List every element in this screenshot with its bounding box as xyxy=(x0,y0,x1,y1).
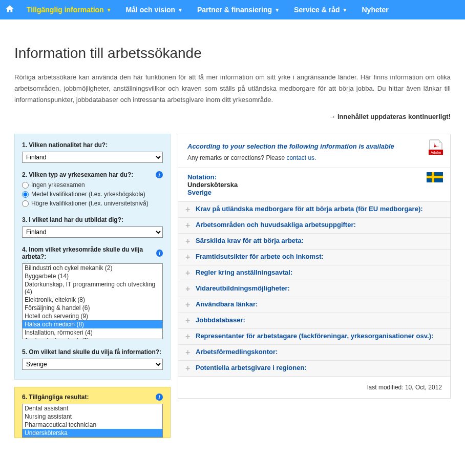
accordion-item[interactable]: +Vidareutbildningsmöjligheter: xyxy=(178,281,450,297)
expand-icon: + xyxy=(185,205,196,214)
accordion-item[interactable]: +Potentiella arbetsgivare i regionen: xyxy=(178,360,450,376)
filter-column: 1. Vilken nationalitet har du?: Finland … xyxy=(14,134,171,438)
accordion-title: Regler kring anställningsavtal: xyxy=(196,268,292,276)
top-nav: Tillgänglig information▼Mål och vision▼P… xyxy=(0,0,465,19)
expand-icon: + xyxy=(185,316,196,325)
radio-input[interactable] xyxy=(22,191,29,198)
qualification-radio[interactable]: Högre kvalifikationer (t.ex. universitet… xyxy=(22,200,163,207)
notation-block: Notation: Undersköterska Sverige xyxy=(178,168,450,201)
qualification-radio[interactable]: Ingen yrkesexamen xyxy=(22,181,163,189)
q1-label: 1. Vilken nationalitet har du?: xyxy=(22,141,163,149)
occupation-listbox[interactable]: Bilindustri och cykel mekanik (2)Byggarb… xyxy=(22,263,163,339)
list-item[interactable]: Byggarbete (14) xyxy=(23,272,162,280)
pdf-icon[interactable]: Adobe xyxy=(429,139,443,155)
accordion-title: Användbara länkar: xyxy=(196,300,258,308)
contact-link[interactable]: contact us xyxy=(286,154,314,161)
accordion-item[interactable]: +Särskilda krav för att börja arbeta: xyxy=(178,233,450,249)
detail-panel: According to your selection the followin… xyxy=(178,134,451,399)
result-item[interactable]: Pharmaceutical technician xyxy=(23,421,162,429)
remarks-text: Any remarks or corrections? Please conta… xyxy=(187,154,441,161)
info-icon[interactable]: i xyxy=(156,250,163,257)
expand-icon: + xyxy=(185,284,196,294)
nav-item[interactable]: Mål och vision▼ xyxy=(119,0,190,19)
accordion-item[interactable]: +Användbara länkar: xyxy=(178,297,450,313)
q5-label: 5. Om vilket land skulle du vilja få inf… xyxy=(22,348,163,356)
results-listbox[interactable]: Dental assistantNursing assistantPharmac… xyxy=(22,404,163,438)
accordion-title: Krav på utländska medborgare för att bör… xyxy=(196,205,423,213)
list-item[interactable]: Försäljning & handel (6) xyxy=(23,304,162,312)
accordion-title: Jobbdatabaser: xyxy=(196,316,245,324)
expand-icon: + xyxy=(185,237,196,246)
expand-icon: + xyxy=(185,253,196,262)
accordion-item[interactable]: +Framtidsutsikter för arbete och inkomst… xyxy=(178,249,450,265)
available-heading: According to your selection the followin… xyxy=(187,142,441,150)
qualification-radio[interactable]: Medel kvalifikationer (t.ex. yrkeshögsko… xyxy=(22,191,163,198)
chevron-down-icon: ▼ xyxy=(274,7,280,13)
page-content: Information till arbetssökande Rörliga a… xyxy=(0,19,465,448)
expand-icon: + xyxy=(185,332,196,341)
accordion-title: Representanter för arbetstagare (fackför… xyxy=(196,332,433,340)
info-icon[interactable]: i xyxy=(156,394,163,401)
notation-country: Sverige xyxy=(187,189,441,196)
q6-label: 6. Tillgängliga resultat: i xyxy=(22,394,163,401)
nav-item[interactable]: Partner & finansiering▼ xyxy=(190,0,287,19)
list-item[interactable]: Bilindustri och cykel mekanik (2) xyxy=(23,264,162,272)
result-item[interactable]: Dental assistant xyxy=(23,404,162,412)
nav-item[interactable]: Service & råd▼ xyxy=(287,0,354,19)
sweden-flag-icon xyxy=(427,172,443,182)
info-icon[interactable]: i xyxy=(156,171,163,178)
expand-icon: + xyxy=(185,300,196,309)
q4-label: 4. Inom vilket yrkesområde skulle du vil… xyxy=(22,246,163,260)
intro-text: Rörliga arbetssökare kan använda den här… xyxy=(14,72,451,106)
expand-icon: + xyxy=(185,268,196,278)
education-country-select[interactable]: Finland xyxy=(22,226,163,238)
chevron-down-icon: ▼ xyxy=(343,7,348,13)
accordion-item[interactable]: +Jobbdatabaser: xyxy=(178,313,450,328)
expand-icon: + xyxy=(185,364,196,373)
nav-item[interactable]: Tillgänglig information▼ xyxy=(19,0,119,19)
info-country-select[interactable]: Sverige xyxy=(22,359,163,370)
page-title: Information till arbetssökande xyxy=(14,45,451,61)
result-item[interactable]: Nursing assistant xyxy=(23,412,162,421)
accordion-item[interactable]: +Regler kring anställningsavtal: xyxy=(178,265,450,281)
accordion-title: Arbetsförmedlingskontor: xyxy=(196,348,278,356)
accordion-item[interactable]: +Arbetsförmedlingskontor: xyxy=(178,344,450,360)
results-box: 6. Tillgängliga resultat: i Dental assis… xyxy=(14,387,171,438)
accordion-title: Vidareutbildningsmöjligheter: xyxy=(196,284,290,292)
accordion-item[interactable]: +Representanter för arbetstagare (fackfö… xyxy=(178,328,450,344)
accordion-title: Arbetsområden och huvudsakliga arbetsupp… xyxy=(196,221,356,229)
accordion-title: Potentiella arbetsgivare i regionen: xyxy=(196,364,307,371)
notation-label: Notation: xyxy=(187,173,441,181)
accordion-title: Framtidsutsikter för arbete och inkomst: xyxy=(196,253,324,260)
list-item[interactable]: Elektronik, elteknik (8) xyxy=(23,296,162,304)
accordion-item[interactable]: +Krav på utländska medborgare för att bö… xyxy=(178,201,450,217)
home-icon[interactable] xyxy=(5,4,14,16)
q3-label: 3. I vilket land har du utbildat dig?: xyxy=(22,216,163,223)
notation-value: Undersköterska xyxy=(187,181,441,189)
last-modified: last modified: 10, Oct, 2012 xyxy=(178,376,450,398)
expand-icon: + xyxy=(185,221,196,230)
list-item[interactable]: Installation, rörmokeri (4) xyxy=(23,328,162,337)
expand-icon: + xyxy=(185,348,196,357)
radio-input[interactable] xyxy=(22,182,29,189)
list-item[interactable]: Hotell och servering (9) xyxy=(23,312,162,320)
update-note: → Innehållet uppdateras kontinuerligt! xyxy=(14,113,451,120)
nav-item[interactable]: Nyheter xyxy=(354,0,395,19)
radio-input[interactable] xyxy=(22,200,29,207)
nationality-select[interactable]: Finland xyxy=(22,152,163,163)
chevron-down-icon: ▼ xyxy=(107,7,112,13)
list-item[interactable]: Hälsa och medicin (8) xyxy=(23,320,162,328)
chevron-down-icon: ▼ xyxy=(178,7,183,13)
svg-text:Adobe: Adobe xyxy=(431,151,441,154)
list-item[interactable]: Datorkunskap, IT programmering och utvec… xyxy=(23,280,162,296)
accordion-title: Särskilda krav för att börja arbeta: xyxy=(196,237,304,244)
q2-label: 2. Vilken typ av yrkesexamen har du?: i xyxy=(22,171,163,178)
accordion-item[interactable]: +Arbetsområden och huvudsakliga arbetsup… xyxy=(178,217,450,233)
filter-box: 1. Vilken nationalitet har du?: Finland … xyxy=(14,134,171,380)
result-item[interactable]: Undersköterska xyxy=(23,429,162,437)
